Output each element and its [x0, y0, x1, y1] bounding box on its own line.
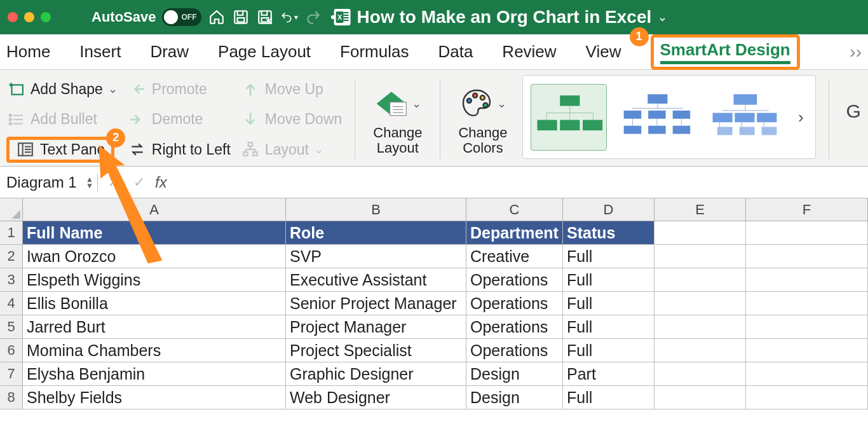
chevron-down-icon[interactable]: ⌄ — [108, 82, 118, 96]
row-header[interactable]: 1 — [0, 221, 23, 244]
rtl-button[interactable]: Right to Left — [128, 135, 231, 163]
row-header[interactable]: 5 — [0, 315, 23, 338]
cell[interactable]: Operations — [466, 292, 563, 315]
layout-thumb-2[interactable] — [618, 84, 695, 151]
col-header-A[interactable]: A — [23, 198, 286, 221]
tab-formulas[interactable]: Formulas — [340, 42, 409, 62]
autosave-toggle[interactable]: AutoSave OFF — [92, 8, 201, 26]
minimize-icon[interactable] — [24, 12, 34, 22]
document-title[interactable]: How to Make an Org Chart in Excel ⌄ — [334, 7, 668, 27]
tab-view[interactable]: View — [586, 42, 621, 62]
name-box-stepper[interactable]: ▲▼ — [86, 176, 93, 189]
fx-label[interactable]: fx — [155, 174, 167, 191]
toggle-switch[interactable]: OFF — [162, 8, 201, 26]
row-header[interactable]: 2 — [0, 245, 23, 268]
cell[interactable] — [746, 268, 868, 291]
cell[interactable]: Status — [563, 221, 654, 244]
cell[interactable]: Web Designer — [286, 386, 466, 409]
cell[interactable] — [654, 245, 746, 268]
cell[interactable] — [746, 339, 868, 362]
chevron-down-icon[interactable]: ⌄ — [658, 10, 667, 24]
enter-icon[interactable]: ✓ — [130, 174, 149, 191]
close-icon[interactable] — [8, 12, 18, 22]
cell[interactable]: Design — [466, 362, 563, 385]
cell[interactable] — [746, 292, 868, 315]
col-header-F[interactable]: F — [746, 198, 868, 221]
cell[interactable]: Full — [563, 245, 654, 268]
cell[interactable]: SVP — [286, 245, 466, 268]
undo-icon[interactable]: ▾ — [280, 8, 298, 26]
gallery-next-icon[interactable]: › — [794, 107, 808, 127]
cell[interactable] — [654, 315, 746, 338]
save-icon[interactable] — [232, 8, 250, 26]
cell[interactable]: Operations — [466, 315, 563, 338]
cell[interactable]: Elspeth Wiggins — [23, 268, 286, 291]
cell[interactable]: Graphic Designer — [286, 362, 466, 385]
cell[interactable] — [654, 386, 746, 409]
col-header-E[interactable]: E — [654, 198, 746, 221]
tab-smartart-design[interactable]: SmartArt Design — [660, 40, 790, 64]
tabs-overflow-icon[interactable]: ›› — [850, 42, 862, 62]
cell[interactable]: Full — [563, 386, 654, 409]
row-header[interactable]: 8 — [0, 386, 23, 409]
cell[interactable]: Executive Assistant — [286, 268, 466, 291]
cell[interactable]: Momina Chambers — [23, 339, 286, 362]
col-header-B[interactable]: B — [286, 198, 466, 221]
layout-thumb-3[interactable] — [706, 84, 782, 151]
cell[interactable] — [654, 292, 746, 315]
chevron-down-icon[interactable]: ⌄ — [412, 97, 421, 111]
cell[interactable]: Full — [563, 339, 654, 362]
cell[interactable] — [654, 362, 746, 385]
row-header[interactable]: 3 — [0, 268, 23, 291]
cell[interactable] — [654, 268, 746, 291]
add-shape-button[interactable]: Add Shape ⌄ — [6, 75, 118, 103]
cell[interactable] — [746, 386, 868, 409]
cell[interactable] — [654, 221, 746, 244]
zoom-icon[interactable] — [41, 12, 51, 22]
layout-thumb-1[interactable] — [531, 84, 607, 151]
cell[interactable]: Operations — [466, 268, 563, 291]
cell[interactable] — [746, 245, 868, 268]
cell[interactable]: Project Specialist — [286, 339, 466, 362]
tab-page-layout[interactable]: Page Layout — [218, 42, 311, 62]
redo-icon[interactable] — [304, 8, 322, 26]
select-all-corner[interactable] — [0, 198, 23, 221]
row-header[interactable]: 4 — [0, 292, 23, 315]
cell[interactable] — [746, 315, 868, 338]
cell[interactable]: Creative — [466, 245, 563, 268]
tab-draw[interactable]: Draw — [150, 42, 189, 62]
cell[interactable]: Shelby Fields — [23, 386, 286, 409]
cell[interactable]: Full — [563, 292, 654, 315]
row-header[interactable]: 6 — [0, 339, 23, 362]
chevron-down-icon[interactable]: ⌄ — [497, 97, 506, 111]
change-layout-button[interactable]: ⌄ ChangeLayout — [368, 75, 427, 163]
formula-input[interactable] — [173, 174, 865, 191]
row-header[interactable]: 7 — [0, 362, 23, 385]
home-icon[interactable] — [208, 8, 226, 26]
cell[interactable]: Part — [563, 362, 654, 385]
cell[interactable]: Senior Project Manager — [286, 292, 466, 315]
cell[interactable]: Design — [466, 386, 563, 409]
name-box[interactable]: Diagram 1 ▲▼ — [3, 174, 98, 191]
text-pane-button[interactable]: 2 Text Pane — [6, 137, 114, 163]
cell[interactable]: Jarred Burt — [23, 315, 286, 338]
cell[interactable]: Full — [563, 268, 654, 291]
change-colors-button[interactable]: ⌄ ChangeColors — [453, 75, 512, 163]
col-header-D[interactable]: D — [563, 198, 654, 221]
cell[interactable]: Elysha Benjamin — [23, 362, 286, 385]
cell[interactable] — [746, 362, 868, 385]
cell[interactable]: Full Name — [23, 221, 286, 244]
cell[interactable]: Operations — [466, 339, 563, 362]
tab-data[interactable]: Data — [438, 42, 473, 62]
cell[interactable]: Iwan Orozco — [23, 245, 286, 268]
cell[interactable]: Project Manager — [286, 315, 466, 338]
tab-insert[interactable]: Insert — [79, 42, 121, 62]
col-header-C[interactable]: C — [466, 198, 563, 221]
cell[interactable]: Role — [286, 221, 466, 244]
cell[interactable] — [654, 339, 746, 362]
cell[interactable] — [746, 221, 868, 244]
cancel-icon[interactable]: ✕ — [104, 174, 123, 191]
cell[interactable]: Ellis Bonilla — [23, 292, 286, 315]
save-as-icon[interactable] — [256, 8, 274, 26]
tab-home[interactable]: Home — [6, 42, 50, 62]
